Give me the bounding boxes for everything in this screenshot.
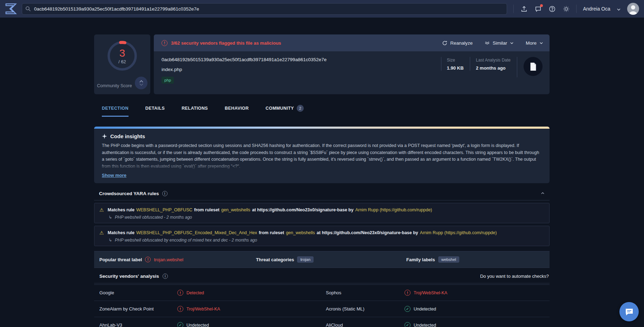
search-bar: [22, 3, 507, 15]
help-icon[interactable]: [548, 5, 556, 13]
community-score-label: Community Score: [94, 83, 135, 89]
theme-toggle-icon[interactable]: [562, 5, 570, 13]
corner-arrow-icon: ↳: [109, 238, 112, 243]
code-insights-section: Code insights The PHP code begins with a…: [94, 127, 550, 183]
upload-icon[interactable]: [520, 5, 528, 13]
ruleset-link[interactable]: gen_webshells: [286, 230, 315, 235]
vendors-table: Google ! Detected Sophos ! Troj/WebShel-…: [94, 284, 550, 327]
alert-exclamation-icon: !: [162, 40, 167, 46]
more-button[interactable]: More: [526, 40, 543, 46]
rule-author-link[interactable]: Arnim Rupp (https://github.com/ruppde): [355, 207, 432, 212]
similar-waves-icon: [485, 40, 490, 46]
corner-arrow-icon: ↳: [109, 215, 112, 220]
family-label-pill[interactable]: webshel: [438, 256, 459, 263]
undetected-check-icon: ✓: [177, 322, 183, 327]
similar-button[interactable]: Similar: [485, 40, 514, 46]
detection-score-ring: 3 / 62: [105, 39, 139, 73]
vendor-result: ✓ Undetected: [405, 322, 550, 327]
chat-button[interactable]: [619, 302, 639, 321]
popular-threat-value[interactable]: trojan.webshel: [154, 257, 183, 262]
file-type-icon: [524, 57, 543, 76]
vendor-name: Acronis (Static ML): [326, 306, 405, 312]
alert-text: 3/62 security vendors flagged this file …: [171, 40, 281, 46]
threat-category-pill[interactable]: trojan: [297, 256, 314, 263]
tab-behavior[interactable]: BEHAVIOR: [225, 105, 249, 117]
vendor-name: AhnLab-V3: [99, 322, 177, 327]
search-input[interactable]: [22, 3, 507, 15]
yara-title: Crowdsourced YARA rules: [99, 191, 159, 196]
notification-dot: [540, 4, 543, 7]
table-row: AhnLab-V3 ✓ Undetected AliCloud ✓ Undete…: [94, 317, 550, 327]
vendor-name: Google: [99, 290, 177, 295]
family-labels-label: Family labels: [406, 257, 435, 262]
automate-checks-link[interactable]: Do you want to automate checks?: [480, 274, 549, 279]
file-hash[interactable]: 0acb648192b5015139a930a25ec50f1acdfb3971…: [162, 57, 441, 62]
tab-detection[interactable]: DETECTION: [102, 105, 129, 117]
vendor-result: ! Detected: [177, 290, 326, 296]
file-tag-php[interactable]: php: [162, 77, 174, 84]
vendor-name: AliCloud: [326, 322, 405, 327]
rule-text: from ruleset: [194, 207, 219, 212]
chevron-down-icon: [539, 41, 543, 45]
show-more-link[interactable]: Show more: [102, 173, 126, 178]
info-icon[interactable]: i: [162, 191, 167, 196]
vendors-analysis-section: Security vendors' analysis i Do you want…: [94, 274, 550, 327]
rule-text: at https://github.com/Neo23x0/signature-…: [252, 207, 354, 212]
undetected-check-icon: ✓: [405, 322, 410, 327]
detected-icon: !: [177, 306, 183, 312]
rule-text: from ruleset: [259, 230, 284, 235]
threat-categories-label: Threat categories: [256, 257, 294, 262]
vendor-result: ! Troj/WebShel-KA: [177, 306, 326, 312]
chevron-down-icon: [510, 41, 514, 45]
search-icon: [25, 6, 31, 12]
warning-triangle-icon: ⚠: [99, 230, 104, 236]
tab-details[interactable]: DETAILS: [145, 105, 165, 117]
chat-icon: [625, 307, 634, 316]
tab-relations[interactable]: RELATIONS: [182, 105, 208, 117]
collapse-caret-icon[interactable]: [541, 190, 545, 197]
virustotal-logo-icon[interactable]: [5, 3, 18, 15]
rule-name-link[interactable]: WEBSHELL_PHP_OBFUSC_Encoded_Mixed_Dec_An…: [136, 230, 257, 235]
rule-text: Matches rule: [108, 230, 134, 235]
detections-count: 3: [119, 48, 125, 58]
rule-text: Matches rule: [108, 207, 134, 212]
detections-total: / 62: [118, 59, 126, 64]
user-menu-chevron-down-icon[interactable]: [617, 7, 621, 11]
tab-community[interactable]: COMMUNITY 2: [265, 105, 304, 117]
detected-icon: !: [177, 290, 183, 296]
warning-triangle-icon: ⚠: [99, 207, 104, 213]
user-name[interactable]: Andreia Oca: [583, 6, 610, 12]
divider: [576, 5, 577, 13]
file-size-stat: Size 1.90 KB: [441, 57, 470, 71]
ruleset-link[interactable]: gen_webshells: [221, 207, 250, 212]
feedback-icon[interactable]: [534, 5, 542, 13]
topbar-actions: Andreia Oca: [513, 3, 639, 15]
code-insights-text: The PHP code begins with a password-prot…: [102, 142, 539, 170]
avatar[interactable]: [627, 3, 639, 15]
file-summary-card: ! 3/62 security vendors flagged this fil…: [154, 34, 550, 94]
alert-header: ! 3/62 security vendors flagged this fil…: [154, 34, 550, 51]
vendor-result: ✓ Undetected: [405, 306, 550, 312]
caret-up-icon: [139, 80, 143, 83]
file-stats: Size 1.90 KB Last Analysis Date 2 months…: [441, 57, 543, 89]
table-row: ZoneAlarm by Check Point ! Troj/WebShel-…: [94, 301, 550, 317]
community-vote-button[interactable]: [135, 77, 147, 89]
table-row: Google ! Detected Sophos ! Troj/WebShel-…: [94, 285, 550, 301]
detection-score-card: 3 / 62 Community Score: [94, 34, 150, 94]
info-icon[interactable]: i: [163, 274, 168, 279]
vendor-name: ZoneAlarm by Check Point: [99, 306, 177, 312]
popular-threat-label: Popular threat label: [99, 257, 142, 262]
undetected-check-icon: ✓: [405, 306, 410, 312]
last-analysis-stat: Last Analysis Date 2 months ago: [470, 57, 517, 71]
report-tabs: DETECTION DETAILS RELATIONS BEHAVIOR COM…: [94, 105, 550, 117]
vendors-analysis-title: Security vendors' analysis: [99, 274, 159, 279]
rule-description: ↳PHP webshell obfuscated by encoding of …: [109, 238, 544, 243]
caret-down-icon: [139, 83, 143, 86]
yara-rule-item: ⚠ Matches rule WEBSHELL_PHP_OBFUSC_Encod…: [94, 226, 550, 246]
vendor-result: ! Troj/WebShel-KA: [405, 290, 550, 296]
rule-author-link[interactable]: Arnim Rupp (https://github.com/ruppde): [420, 230, 497, 235]
rule-name-link[interactable]: WEBSHELL_PHP_OBFUSC: [136, 207, 192, 212]
rule-text: at https://github.com/Neo23x0/signature-…: [317, 230, 418, 235]
reanalyze-button[interactable]: Reanalyze: [442, 40, 473, 46]
alert-exclamation-icon: !: [145, 257, 151, 262]
